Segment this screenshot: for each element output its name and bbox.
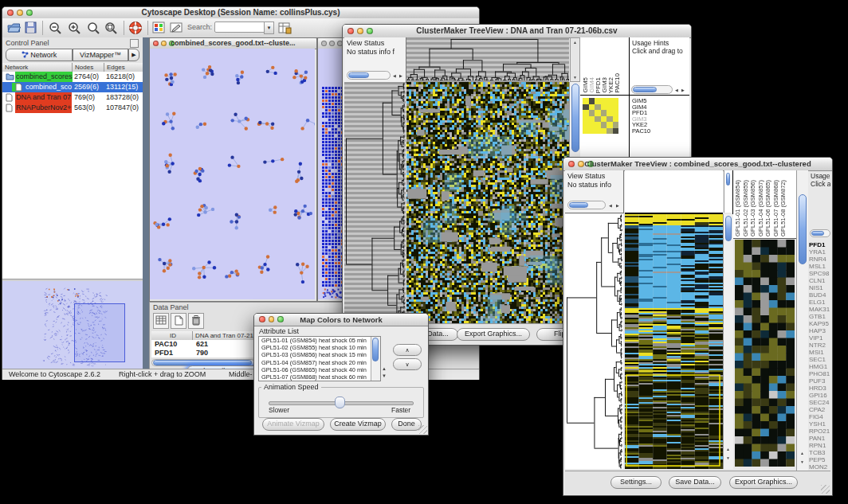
dialog-titlebar[interactable]: Map Colors to Network — [254, 314, 428, 326]
scroll-left-icon[interactable]: ◀ — [393, 73, 396, 78]
attribute-item[interactable]: GPL51-03 (GSM856) heat shock 15 min — [259, 351, 380, 358]
usage-hscrollbar[interactable] — [810, 229, 830, 237]
move-down-button[interactable]: ∨ — [393, 358, 422, 370]
gene-label[interactable]: MSI1 — [809, 349, 832, 356]
matrix-cell[interactable] — [595, 104, 601, 111]
resize-grip[interactable] — [418, 425, 427, 434]
gene-label[interactable]: GTB1 — [809, 313, 832, 320]
gene-label[interactable]: CPA2 — [809, 406, 832, 413]
column-label[interactable]: GPL51-08 (GSM872) — [780, 180, 787, 236]
matrix-cell[interactable] — [601, 98, 607, 104]
heatmap-vscrollbar[interactable]: ▲ ▼ — [723, 214, 733, 469]
minimize-icon[interactable] — [329, 41, 335, 46]
close-icon[interactable] — [153, 41, 159, 46]
network-tree-row[interactable]: combined_sco2569(6)13112(15) — [2, 82, 143, 92]
matrix-cell[interactable] — [607, 98, 613, 104]
matrix-cell[interactable] — [589, 116, 595, 123]
row-dendrogram[interactable] — [565, 214, 623, 469]
matrix-cell[interactable] — [589, 110, 595, 116]
matrix-cell[interactable] — [583, 122, 589, 128]
table-browser-icon[interactable] — [278, 21, 292, 37]
export-graphics-button[interactable]: Export Graphics... — [457, 328, 530, 341]
matrix-cell[interactable] — [613, 122, 619, 128]
attribute-item[interactable]: GPL51-07 (GSM868) heat shock 60 min — [259, 373, 380, 381]
gene-label[interactable]: RPO21 — [809, 428, 832, 435]
annotation-icon[interactable] — [170, 21, 183, 37]
gene-label[interactable]: PUF3 — [809, 377, 832, 385]
gene-label[interactable]: FIG4 — [809, 413, 832, 420]
detail-matrix[interactable] — [583, 98, 618, 134]
matrix-cell[interactable] — [613, 128, 619, 135]
column-dendrogram[interactable] — [406, 37, 569, 82]
scroll-down-icon[interactable]: ▼ — [573, 75, 577, 80]
scroll-up-icon[interactable]: ▲ — [800, 451, 804, 455]
scroll-down-icon[interactable]: ▼ — [800, 459, 804, 464]
matrix-cell[interactable] — [589, 104, 595, 111]
export-graphics-button[interactable]: Export Graphics... — [729, 476, 798, 489]
done-button[interactable]: Done — [391, 418, 422, 431]
tab-vizmapper[interactable]: VizMapper™ — [73, 49, 128, 61]
gene-label[interactable]: HRD3 — [809, 385, 832, 392]
column-label[interactable]: GPL51-01 (GSM854) — [735, 180, 741, 236]
col-header-id[interactable]: ID — [151, 331, 193, 340]
save-data-button[interactable]: Save Data... — [669, 476, 721, 489]
matrix-cell[interactable] — [601, 104, 607, 111]
dendrogram-scroll-strip[interactable]: ▲ ▼ — [570, 37, 580, 82]
overview-viewport-rect[interactable] — [74, 303, 125, 362]
gene-label[interactable]: YSH1 — [809, 420, 832, 428]
attribute-list[interactable]: GPL51-01 (GSM854) heat shock 05 minGPL51… — [258, 336, 381, 381]
vizmap-grid-icon[interactable] — [152, 21, 165, 37]
gene-label[interactable]: KAP95 — [809, 320, 832, 327]
zoom-selected-icon[interactable] — [87, 21, 100, 37]
scroll-left-icon[interactable]: ◀ — [675, 88, 678, 92]
main-titlebar[interactable]: Cytoscape Desktop (Session Name: collins… — [2, 7, 479, 19]
animation-speed-slider-thumb[interactable] — [335, 397, 345, 408]
column-dendrogram-area[interactable] — [625, 170, 723, 214]
minimize-icon[interactable] — [161, 41, 167, 46]
network-overview-panel[interactable] — [2, 281, 143, 369]
matrix-cell[interactable] — [583, 98, 589, 104]
gene-label[interactable]: RNR4 — [809, 256, 832, 263]
gene-label[interactable]: RPN1 — [809, 442, 832, 449]
scroll-down-icon[interactable]: ▼ — [726, 455, 730, 460]
network-tree-row[interactable]: RNAPuberNov2+563(0)107847(0) — [2, 103, 143, 113]
gene-label[interactable]: PFD1 — [809, 241, 832, 248]
matrix-cell[interactable] — [583, 104, 589, 111]
gene-label[interactable]: ELG1 — [809, 299, 832, 306]
attribute-item[interactable]: GPL51-02 (GSM855) heat shock 10 min — [259, 344, 380, 351]
matrix-cell[interactable] — [607, 116, 613, 123]
column-label[interactable]: GPL51-03 (GSM856) — [750, 180, 756, 236]
scroll-up-icon[interactable]: ▲ — [726, 447, 730, 451]
scroll-left-icon[interactable]: ◀ — [609, 203, 612, 208]
usage-hscrollbar[interactable] — [631, 85, 673, 94]
gene-label[interactable]: YRA1 — [809, 248, 832, 256]
settings-button[interactable]: Settings... — [610, 476, 662, 489]
move-up-button[interactable]: ∧ — [393, 344, 422, 356]
zoom-out-icon[interactable] — [49, 21, 62, 37]
matrix-cell[interactable] — [613, 110, 619, 116]
gene-label[interactable]: PAN1 — [809, 435, 832, 442]
gene-label[interactable]: GPI16 — [809, 392, 832, 399]
table-mode-icon[interactable] — [153, 313, 169, 329]
network-view-canvas[interactable] — [150, 49, 315, 299]
column-label[interactable]: GPL51-04 (GSM857) — [758, 180, 764, 236]
matrix-cell[interactable] — [601, 128, 607, 135]
matrix-cell[interactable] — [595, 128, 601, 135]
matrix-cell[interactable] — [583, 128, 589, 135]
detail-heatmap[interactable] — [735, 240, 795, 467]
float-panel-icon[interactable] — [130, 39, 139, 48]
main-heatmap[interactable] — [406, 82, 569, 323]
matrix-cell[interactable] — [601, 110, 607, 116]
top-vscrollbar[interactable] — [724, 170, 732, 213]
gene-label[interactable]: MON2 — [809, 463, 832, 471]
help-lifesaver-icon[interactable] — [128, 21, 143, 38]
gene-label[interactable]: PEP5 — [809, 456, 832, 463]
zoom-fit-icon[interactable] — [104, 21, 118, 37]
matrix-cell[interactable] — [583, 116, 589, 123]
matrix-cell[interactable] — [613, 116, 619, 123]
matrix-cell[interactable] — [607, 104, 613, 111]
col-header-edges[interactable]: Edges — [104, 63, 143, 72]
network-name[interactable]: RNAPuberNov2+ — [15, 103, 72, 113]
column-label[interactable]: GPL51-07 (GSM868) — [773, 180, 779, 236]
view-status-hscrollbar[interactable] — [347, 71, 391, 80]
